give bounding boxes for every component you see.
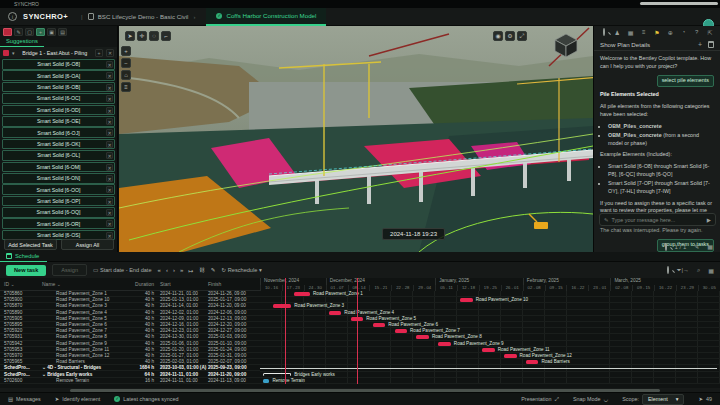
list-item-smart-solid[interactable]: Smart Solid [6-OP]✕	[2, 196, 115, 207]
goto-date-icon[interactable]: ↦	[188, 267, 193, 274]
remove-item-icon[interactable]: ✕	[106, 129, 113, 136]
link-tasks-icon[interactable]: ⛓	[199, 267, 205, 273]
add-selected-task-button[interactable]: Add Selected Task	[4, 239, 57, 250]
fullscreen-icon[interactable]: ⤢	[517, 31, 527, 41]
tab-model[interactable]: ✓ Coffs Harbor Construction Model	[206, 8, 326, 26]
gantt-bar[interactable]	[329, 311, 342, 315]
gantt-bar[interactable]	[273, 304, 292, 308]
list-item-smart-solid[interactable]: Smart Solid [6-OM]✕	[2, 162, 115, 173]
flag-icon[interactable]: ⚑	[653, 29, 661, 36]
assign-button[interactable]: Assign	[52, 264, 87, 276]
list-item-smart-solid[interactable]: Smart Solid [6-OC]✕	[2, 93, 115, 104]
info-icon[interactable]: i	[8, 12, 17, 21]
remove-item-icon[interactable]: ✕	[106, 175, 113, 182]
gantt-bar[interactable]	[526, 360, 539, 364]
list-item-smart-solid[interactable]: Smart Solid [6-OQ]✕	[2, 207, 115, 218]
gantt-bar[interactable]	[438, 342, 451, 346]
go-next-icon[interactable]: ›	[173, 267, 175, 274]
remove-item-icon[interactable]: ✕	[106, 61, 113, 68]
remove-item-icon[interactable]: ✕	[106, 141, 113, 148]
add-icon[interactable]: +	[95, 49, 103, 57]
view-cube[interactable]	[553, 32, 579, 58]
go-prev-icon[interactable]: ‹	[166, 267, 168, 274]
remove-item-icon[interactable]: ✕	[106, 198, 113, 205]
measure-icon[interactable]: ⌐	[161, 31, 171, 41]
search-icon[interactable]	[600, 29, 608, 36]
tab-schedule[interactable]: Schedule	[0, 252, 47, 262]
list-item-smart-solid[interactable]: Smart Solid [6-O8]✕	[2, 59, 115, 70]
list-item-smart-solid[interactable]: Smart Solid [6-OO]✕	[2, 184, 115, 195]
col-name[interactable]: Name ⌄	[32, 281, 128, 287]
add-group-icon[interactable]: +	[36, 28, 45, 36]
app-logo[interactable]: SYNCHRO+	[23, 12, 68, 21]
go-first-icon[interactable]: «	[158, 267, 161, 274]
draw-icon[interactable]: ✎	[14, 28, 23, 36]
image-icon[interactable]: ▦	[627, 29, 635, 36]
grid-icon[interactable]: ▦	[707, 243, 713, 250]
gantt-bar[interactable]	[263, 373, 291, 376]
gantt-bar[interactable]	[482, 348, 495, 352]
orbit-icon[interactable]: ◌	[149, 31, 159, 41]
list-item-smart-solid[interactable]: Smart Solid [6-OA]✕	[2, 70, 115, 81]
suggestion-group-header[interactable]: ▾ Bridge 1 - East Abut - Piling + ✕	[0, 47, 117, 58]
gantt-area[interactable]: ID ⌄ Name ⌄ Duration Start Finish Novemb…	[0, 278, 720, 388]
remove-item-icon[interactable]: ✕	[106, 232, 113, 239]
gantt-bar[interactable]	[294, 292, 310, 296]
settings-icon[interactable]: ⚙	[505, 31, 515, 41]
new-chat-icon[interactable]: +	[698, 41, 702, 48]
scope-dropdown[interactable]: Element▾	[642, 394, 685, 405]
remove-item-icon[interactable]: ✕	[106, 220, 113, 227]
send-icon[interactable]: ▶	[707, 217, 711, 223]
date-range-picker[interactable]: ▭ Start date - End date	[93, 267, 151, 273]
gantt-bar[interactable]	[260, 368, 717, 370]
go-last-icon[interactable]: »	[180, 267, 183, 274]
table-settings-icon[interactable]: ▦	[708, 267, 714, 274]
save-icon[interactable]: ▣	[47, 28, 56, 36]
select-cursor-icon[interactable]: ➤	[125, 31, 135, 41]
remove-item-icon[interactable]: ✕	[106, 152, 113, 159]
share-icon[interactable]: ⇱	[706, 29, 714, 36]
assign-all-button[interactable]: Assign All	[61, 239, 114, 250]
remove-item-icon[interactable]: ✕	[106, 95, 113, 102]
new-task-button[interactable]: New task	[6, 265, 46, 276]
user-icon[interactable]: ♟	[613, 29, 621, 36]
remove-item-icon[interactable]: ✕	[106, 84, 113, 91]
gantt-bar[interactable]	[263, 379, 269, 383]
zoom-fit-icon[interactable]: ⌕	[697, 267, 700, 274]
snap-mode-toggle[interactable]: Snap Mode◡	[573, 396, 608, 402]
filter-icon[interactable]: ⏷|→	[677, 267, 689, 274]
gantt-bar[interactable]	[460, 298, 473, 302]
list-item-smart-solid[interactable]: Smart Solid [6-ON]✕	[2, 173, 115, 184]
identify-element-button[interactable]: ➤Identify element	[55, 396, 101, 402]
viewport-3d[interactable]: ➤ ✛ ◌ ⌐ + − ⌂ ≡ ◉ ⚙ ⤢ 2024-11-18 19:23	[119, 26, 593, 252]
camera-icon[interactable]: ◉	[493, 31, 503, 41]
close-icon[interactable]: ✕	[106, 49, 114, 57]
gantt-bar[interactable]	[373, 323, 386, 327]
table-row[interactable]: 5702600Remove Terrain16 h2024-11-11, 01:…	[0, 378, 260, 384]
presentation-button[interactable]: Presentation⤢	[521, 396, 559, 403]
zoom-in-icon[interactable]: +	[121, 46, 131, 56]
home-view-icon[interactable]: ⌂	[121, 70, 131, 80]
messages-button[interactable]: ▤Messages	[8, 396, 41, 402]
list-item-smart-solid[interactable]: Smart Solid [6-OE]✕	[2, 116, 115, 127]
remove-item-icon[interactable]: ✕	[106, 72, 113, 79]
list-item-smart-solid[interactable]: Smart Solid [6-OR]✕	[2, 218, 115, 229]
tab-suggestions[interactable]: Suggestions	[0, 37, 44, 47]
find-icon[interactable]	[667, 267, 669, 273]
remove-item-icon[interactable]: ✕	[106, 209, 113, 216]
remove-item-icon[interactable]: ✕	[106, 164, 113, 171]
list-item-smart-solid[interactable]: Smart Solid [6-OL]✕	[2, 150, 115, 161]
help-icon[interactable]: ?	[693, 29, 701, 36]
remove-item-icon[interactable]: ✕	[106, 186, 113, 193]
list-item-smart-solid[interactable]: Smart Solid [6-OD]✕	[2, 105, 115, 116]
paint-icon[interactable]: ✎	[211, 267, 216, 273]
col-id[interactable]: ID ⌄	[0, 281, 32, 287]
reschedule-dropdown[interactable]: ↻ Reschedule ▾	[222, 267, 262, 273]
gantt-bar[interactable]	[395, 329, 408, 333]
zoom-out-icon[interactable]: −	[121, 58, 131, 68]
col-duration[interactable]: Duration	[128, 281, 154, 287]
zoom-search-icon[interactable]	[665, 244, 667, 250]
color-swatch-icon[interactable]	[3, 28, 12, 36]
layers-icon[interactable]: ≡	[121, 82, 131, 92]
col-start[interactable]: Start	[154, 281, 206, 287]
